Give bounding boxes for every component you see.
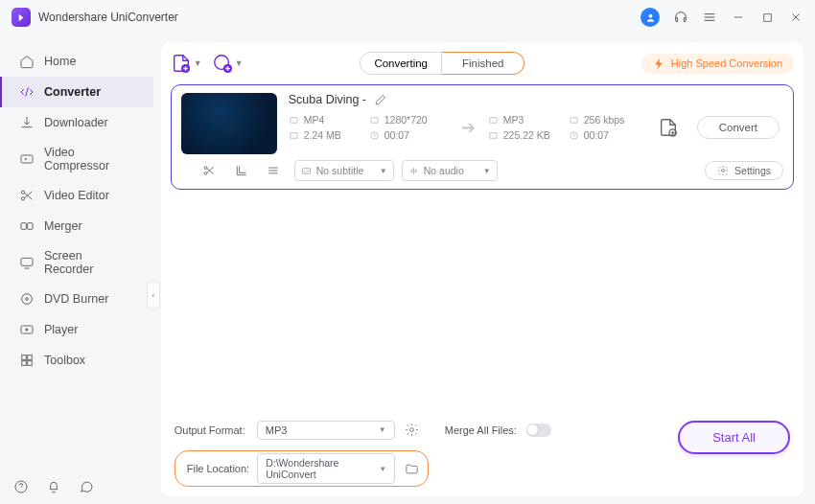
sidebar-item-label: Home [44,55,76,68]
toolbox-icon [19,353,35,368]
sidebar-item-video-editor[interactable]: Video Editor [0,180,153,211]
bell-icon[interactable] [46,479,61,494]
svg-point-29 [722,170,725,172]
bitrate-icon [569,115,579,126]
output-format-icon[interactable] [655,114,682,141]
file-item-card: Scuba Diving - MP4 2.24 MB 1280*720 00:0… [171,84,794,190]
tab-finished[interactable]: Finished [442,52,524,75]
sidebar-item-label: Video Editor [44,189,109,202]
src-size: 2.24 MB [304,129,341,141]
window-close-icon[interactable] [788,10,803,25]
effects-icon[interactable] [267,164,280,177]
dst-bitrate: 256 kbps [584,114,625,126]
svg-point-30 [409,427,413,431]
sidebar-item-downloader[interactable]: Downloader [0,107,153,138]
subtitle-dropdown[interactable]: No subtitle ▼ [294,160,394,181]
output-format-dropdown[interactable]: MP3▼ [257,421,395,440]
sidebar-collapse-button[interactable]: ‹ [147,282,160,309]
svg-rect-11 [22,355,27,360]
disc-icon [19,291,35,307]
tab-converting[interactable]: Converting [360,52,442,75]
sidebar-item-dvd-burner[interactable]: DVD Burner [0,284,153,314]
audio-value: No audio [424,165,464,176]
chevron-down-icon: ▼ [483,167,491,175]
edit-name-icon[interactable] [374,93,387,106]
svg-rect-20 [371,117,378,123]
status-tabs: Converting Finished [360,52,524,75]
output-format-label: Output Format: [175,424,247,436]
app-title: Wondershare UniConverter [38,11,178,24]
sidebar-item-label: Merger [44,219,82,233]
arrow-right-icon: ➔ [455,117,482,138]
svg-rect-28 [302,168,310,173]
svg-rect-6 [28,223,33,230]
scissors-icon [19,188,35,203]
merge-all-toggle[interactable] [526,424,551,437]
player-icon [19,322,35,337]
clock-icon [369,130,380,141]
content-panel: ▼ ▼ Converting Finished High Speed Conve… [161,42,803,496]
svg-rect-7 [21,258,33,265]
window-minimize-icon[interactable] [731,10,746,25]
sidebar-item-player[interactable]: Player [0,314,153,345]
add-file-button[interactable]: ▼ [171,53,202,74]
dst-format: MP3 [503,114,524,126]
high-speed-label: High Speed Conversion [671,57,782,69]
subtitle-value: No subtitle [316,165,364,176]
sidebar-item-label: Screen Recorder [44,249,134,276]
sidebar-item-label: Downloader [44,116,108,129]
src-duration: 00:07 [384,129,409,141]
open-folder-icon[interactable] [403,461,420,476]
feedback-icon[interactable] [79,479,94,494]
sidebar-item-toolbox[interactable]: Toolbox [0,345,153,376]
trim-icon[interactable] [202,164,216,177]
output-settings-icon[interactable] [405,423,420,438]
settings-button[interactable]: Settings [705,161,783,180]
audio-icon [408,166,419,176]
menu-icon[interactable] [702,10,717,25]
svg-rect-5 [21,223,26,230]
src-resolution: 1280*720 [384,114,428,126]
sidebar-item-screen-recorder[interactable]: Screen Recorder [0,241,153,284]
sidebar-item-label: Video Compressor [44,146,134,172]
chevron-down-icon: ▼ [379,425,386,434]
format-icon [488,115,499,126]
merge-all-label: Merge All Files: [445,424,517,436]
sidebar-item-home[interactable]: Home [0,46,153,77]
gear-icon [717,165,729,176]
svg-rect-14 [28,361,33,366]
sidebar-item-label: Player [44,323,78,336]
svg-rect-19 [291,117,297,123]
dst-size: 225.22 KB [503,129,550,141]
size-icon [488,130,499,141]
src-format: MP4 [304,114,325,126]
high-speed-conversion-button[interactable]: High Speed Conversion [641,54,794,74]
svg-point-0 [648,13,652,17]
output-format-value: MP3 [266,424,288,436]
home-icon [19,54,35,69]
svg-rect-1 [763,13,771,21]
start-all-button[interactable]: Start All [678,421,790,454]
settings-label: Settings [734,165,771,176]
audio-dropdown[interactable]: No audio ▼ [402,160,498,181]
svg-rect-12 [28,355,33,360]
add-url-button[interactable]: ▼ [212,53,244,74]
video-thumbnail[interactable] [181,93,277,154]
sidebar-item-converter[interactable]: Converter [0,77,153,107]
user-avatar[interactable] [640,8,660,27]
download-icon [19,115,35,130]
crop-icon[interactable] [235,164,248,177]
window-maximize-icon[interactable] [759,10,775,25]
sidebar-item-label: Converter [44,85,101,99]
file-location-dropdown[interactable]: D:\Wondershare UniConvert▼ [257,453,395,484]
titlebar: Wondershare UniConverter [0,0,815,34]
clock-icon [569,130,579,141]
svg-rect-22 [490,117,497,123]
help-icon[interactable] [13,479,29,494]
sidebar-item-merger[interactable]: Merger [0,211,153,241]
merger-icon [19,218,35,234]
convert-button[interactable]: Convert [697,116,780,139]
headset-icon[interactable] [673,10,688,25]
sidebar-item-video-compressor[interactable]: Video Compressor [0,138,153,180]
subtitle-icon [301,166,312,176]
